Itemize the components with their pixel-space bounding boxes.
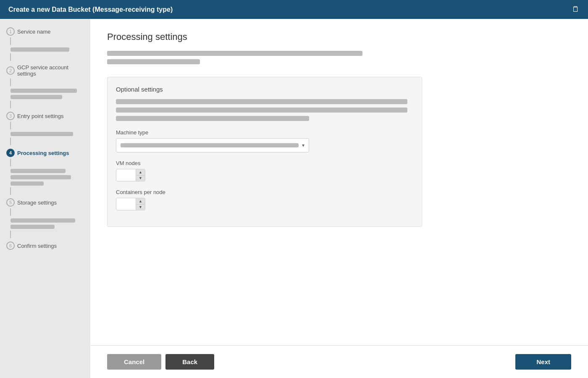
containers-per-node-input[interactable] bbox=[116, 198, 136, 210]
step-5-label: Storage settings bbox=[17, 200, 57, 206]
containers-per-node-field: Containers per node ▲ ▼ bbox=[116, 189, 413, 210]
containers-per-node-label: Containers per node bbox=[116, 189, 413, 195]
step-1-placeholders bbox=[6, 47, 84, 52]
step-5-ph-line-1 bbox=[10, 218, 75, 223]
content-area: Processing settings Optional settings Ma… bbox=[90, 19, 588, 378]
step-4-connector bbox=[10, 159, 11, 166]
step-2-connector bbox=[10, 79, 11, 86]
step-5-circle: 5 bbox=[6, 198, 15, 207]
app-header: Create a new Data Bucket (Message-receiv… bbox=[0, 0, 588, 19]
step-4-circle: 4 bbox=[6, 149, 15, 157]
page-title: Create a new Data Bucket (Message-receiv… bbox=[8, 6, 173, 13]
containers-per-node-increment-button[interactable]: ▲ bbox=[136, 198, 145, 205]
step-4-header[interactable]: 4Processing settings bbox=[6, 149, 84, 157]
description-lines bbox=[107, 51, 571, 64]
step-5-connector bbox=[10, 208, 11, 216]
containers-per-node-stepper-buttons: ▲ ▼ bbox=[136, 198, 145, 210]
step-3-connector bbox=[10, 122, 11, 129]
step-3-label: Entry point settings bbox=[17, 113, 64, 119]
machine-type-value-bar bbox=[121, 143, 299, 147]
sidebar-step-6: 6Confirm settings bbox=[6, 242, 84, 250]
step-3-circle: 3 bbox=[6, 112, 15, 120]
step-5-connector-after bbox=[10, 231, 11, 238]
step-3-ph-line-1 bbox=[10, 132, 73, 136]
cancel-button[interactable]: Cancel bbox=[107, 354, 161, 370]
sidebar: 1Service name2GCP service account settin… bbox=[0, 19, 90, 378]
vm-nodes-increment-button[interactable]: ▲ bbox=[136, 169, 145, 176]
machine-type-select[interactable]: ▾ bbox=[116, 138, 309, 152]
step-1-header[interactable]: 1Service name bbox=[6, 27, 84, 36]
main-layout: 1Service name2GCP service account settin… bbox=[0, 19, 588, 378]
footer: Cancel Back Next bbox=[90, 345, 588, 378]
step-2-label: GCP service account settings bbox=[17, 64, 84, 77]
machine-type-label: Machine type bbox=[116, 129, 413, 136]
footer-left-buttons: Cancel Back bbox=[107, 354, 214, 370]
vm-nodes-label: VM nodes bbox=[116, 160, 413, 166]
section-title: Processing settings bbox=[107, 32, 571, 42]
step-2-ph-line-1 bbox=[10, 89, 77, 93]
step-4-connector-after bbox=[10, 187, 11, 195]
next-button[interactable]: Next bbox=[515, 354, 571, 370]
containers-per-node-decrement-button[interactable]: ▼ bbox=[136, 205, 145, 210]
step-5-header[interactable]: 5Storage settings bbox=[6, 198, 84, 207]
vm-nodes-field: VM nodes ▲ ▼ bbox=[116, 160, 413, 181]
step-1-connector bbox=[10, 37, 11, 45]
opt-ph-line-2 bbox=[116, 108, 407, 113]
step-4-ph-line-1 bbox=[10, 169, 66, 173]
vm-nodes-decrement-button[interactable]: ▼ bbox=[136, 176, 145, 181]
optional-placeholder-lines bbox=[116, 99, 413, 121]
sidebar-step-1: 1Service name bbox=[6, 27, 84, 61]
desc-line-1 bbox=[107, 51, 362, 56]
opt-ph-line-3 bbox=[116, 116, 309, 121]
sidebar-step-5: 5Storage settings bbox=[6, 198, 84, 238]
chevron-down-icon: ▾ bbox=[302, 142, 304, 148]
step-1-ph-line-1 bbox=[10, 47, 69, 52]
sidebar-step-2: 2GCP service account settings bbox=[6, 64, 84, 108]
step-6-circle: 6 bbox=[6, 242, 15, 250]
step-2-placeholders bbox=[6, 89, 84, 99]
step-2-header[interactable]: 2GCP service account settings bbox=[6, 64, 84, 77]
sidebar-step-4: 4Processing settings bbox=[6, 149, 84, 195]
step-2-connector-after bbox=[10, 101, 11, 108]
machine-type-field: Machine type ▾ bbox=[116, 129, 413, 152]
step-3-connector-after bbox=[10, 138, 11, 145]
step-4-ph-line-3 bbox=[10, 181, 44, 186]
step-1-label: Service name bbox=[17, 29, 50, 35]
step-4-label: Processing settings bbox=[17, 150, 69, 156]
vm-nodes-input[interactable] bbox=[116, 169, 136, 181]
step-1-connector-after bbox=[10, 53, 11, 61]
step-4-ph-line-2 bbox=[10, 175, 71, 179]
step-5-placeholders bbox=[6, 218, 84, 229]
document-icon: 🗒 bbox=[572, 5, 580, 14]
back-button[interactable]: Back bbox=[165, 354, 214, 370]
step-2-circle: 2 bbox=[6, 66, 15, 75]
optional-settings-box: Optional settings Machine type ▾ bbox=[107, 77, 422, 227]
content-body: Processing settings Optional settings Ma… bbox=[90, 19, 588, 345]
desc-line-2 bbox=[107, 59, 200, 64]
step-3-header[interactable]: 3Entry point settings bbox=[6, 112, 84, 120]
step-4-placeholders bbox=[6, 169, 84, 186]
step-3-placeholders bbox=[6, 132, 84, 136]
vm-nodes-stepper[interactable]: ▲ ▼ bbox=[116, 169, 145, 181]
step-1-circle: 1 bbox=[6, 27, 15, 36]
optional-settings-title: Optional settings bbox=[116, 86, 413, 93]
step-5-ph-line-2 bbox=[10, 225, 55, 229]
containers-per-node-stepper[interactable]: ▲ ▼ bbox=[116, 198, 145, 210]
step-6-label: Confirm settings bbox=[17, 243, 57, 249]
step-2-ph-line-2 bbox=[10, 95, 62, 99]
sidebar-step-3: 3Entry point settings bbox=[6, 112, 84, 145]
vm-nodes-stepper-buttons: ▲ ▼ bbox=[136, 169, 145, 181]
opt-ph-line-1 bbox=[116, 99, 407, 104]
step-6-header[interactable]: 6Confirm settings bbox=[6, 242, 84, 250]
